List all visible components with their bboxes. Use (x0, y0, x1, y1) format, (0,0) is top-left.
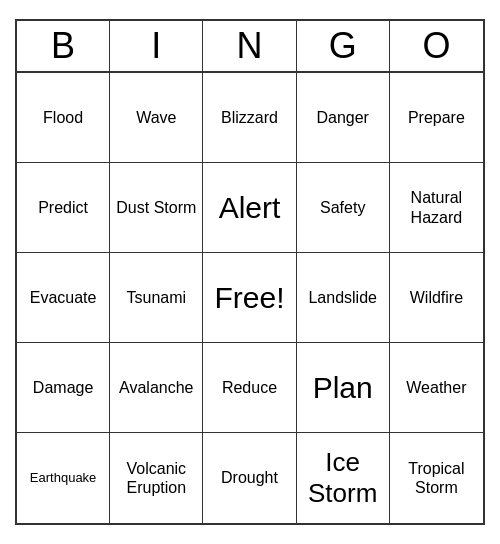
bingo-cell[interactable]: Plan (297, 343, 390, 433)
cell-label: Drought (221, 468, 278, 487)
header-letter: I (110, 21, 203, 71)
bingo-cell[interactable]: Blizzard (203, 73, 296, 163)
cell-label: Wildfire (410, 288, 463, 307)
cell-label: Blizzard (221, 108, 278, 127)
bingo-cell[interactable]: Damage (17, 343, 110, 433)
bingo-cell[interactable]: Volcanic Eruption (110, 433, 203, 523)
bingo-cell[interactable]: Safety (297, 163, 390, 253)
bingo-cell[interactable]: Evacuate (17, 253, 110, 343)
cell-label: Free! (214, 280, 284, 316)
cell-label: Dust Storm (116, 198, 196, 217)
cell-label: Natural Hazard (394, 188, 479, 226)
cell-label: Damage (33, 378, 93, 397)
bingo-cell[interactable]: Natural Hazard (390, 163, 483, 253)
bingo-cell[interactable]: Reduce (203, 343, 296, 433)
bingo-cell[interactable]: Drought (203, 433, 296, 523)
bingo-cell[interactable]: Tropical Storm (390, 433, 483, 523)
bingo-cell[interactable]: Danger (297, 73, 390, 163)
cell-label: Prepare (408, 108, 465, 127)
bingo-cell[interactable]: Landslide (297, 253, 390, 343)
header-letter: B (17, 21, 110, 71)
bingo-cell[interactable]: Prepare (390, 73, 483, 163)
header-letter: N (203, 21, 296, 71)
cell-label: Evacuate (30, 288, 97, 307)
cell-label: Landslide (308, 288, 377, 307)
cell-label: Weather (406, 378, 466, 397)
bingo-cell[interactable]: Free! (203, 253, 296, 343)
cell-label: Avalanche (119, 378, 193, 397)
bingo-cell[interactable]: Flood (17, 73, 110, 163)
bingo-cell[interactable]: Alert (203, 163, 296, 253)
bingo-header: BINGO (17, 21, 483, 73)
bingo-cell[interactable]: Weather (390, 343, 483, 433)
bingo-card: BINGO FloodWaveBlizzardDangerPreparePred… (15, 19, 485, 525)
cell-label: Earthquake (30, 470, 97, 486)
bingo-cell[interactable]: Ice Storm (297, 433, 390, 523)
cell-label: Tropical Storm (394, 459, 479, 497)
bingo-cell[interactable]: Wave (110, 73, 203, 163)
bingo-cell[interactable]: Predict (17, 163, 110, 253)
cell-label: Wave (136, 108, 176, 127)
cell-label: Ice Storm (301, 447, 385, 509)
header-letter: O (390, 21, 483, 71)
bingo-cell[interactable]: Dust Storm (110, 163, 203, 253)
cell-label: Reduce (222, 378, 277, 397)
cell-label: Volcanic Eruption (114, 459, 198, 497)
cell-label: Safety (320, 198, 365, 217)
cell-label: Plan (313, 370, 373, 406)
cell-label: Flood (43, 108, 83, 127)
bingo-cell[interactable]: Earthquake (17, 433, 110, 523)
bingo-grid: FloodWaveBlizzardDangerPreparePredictDus… (17, 73, 483, 523)
cell-label: Tsunami (127, 288, 187, 307)
cell-label: Danger (316, 108, 368, 127)
bingo-cell[interactable]: Avalanche (110, 343, 203, 433)
cell-label: Predict (38, 198, 88, 217)
cell-label: Alert (219, 190, 281, 226)
header-letter: G (297, 21, 390, 71)
bingo-cell[interactable]: Wildfire (390, 253, 483, 343)
bingo-cell[interactable]: Tsunami (110, 253, 203, 343)
